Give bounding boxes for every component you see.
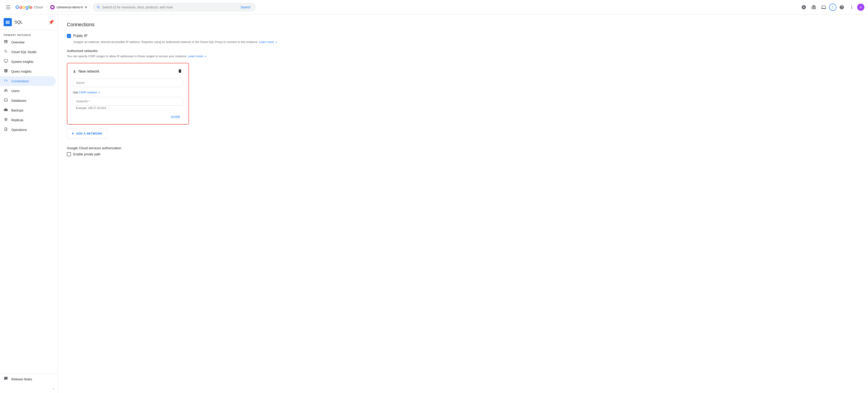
main-content: Connections Public IP Assigns an externa… [58, 14, 868, 393]
enable-private-path-checkbox[interactable] [67, 152, 71, 156]
cloud-text: Cloud [34, 5, 43, 9]
hamburger-menu[interactable] [4, 3, 13, 12]
search-bar-icon [96, 5, 101, 9]
main-layout: SQL 📌 PRIMARY INSTANCE Overview Cloud SQ… [0, 14, 868, 393]
public-ip-learn-more-link[interactable]: Learn more ↗ [259, 40, 277, 43]
sidebar-label-query-insights: Query insights [11, 70, 31, 73]
new-network-card: ∧ New network Use CIDR notation ↗ [67, 63, 189, 125]
more-button[interactable] [847, 3, 856, 12]
public-ip-checkbox[interactable] [67, 34, 71, 38]
sidebar-pin-icon[interactable]: 📌 [49, 20, 54, 25]
network-input-wrapper [73, 97, 183, 105]
cidr-notation-link[interactable]: CIDR notation ↗ [79, 91, 100, 94]
topbar-right: 1 A [799, 3, 864, 12]
sidebar-label-users: Users [11, 89, 20, 93]
sidebar-item-system-insights[interactable]: System insights [0, 57, 56, 66]
sidebar-label-connections: Connections [11, 79, 29, 83]
sidebar-item-query-insights[interactable]: Query insights [0, 66, 56, 76]
release-notes-icon [4, 376, 8, 382]
add-icon: + [72, 131, 74, 136]
query-insights-icon [4, 69, 8, 74]
sidebar-item-cloud-sql-studio[interactable]: Cloud SQL Studio [0, 47, 56, 57]
sidebar-label-overview: Overview [11, 40, 24, 44]
topbar: Google Cloud coherence-demo-h ▾ Search 1 [0, 0, 868, 14]
add-network-label: ADD A NETWORK [76, 132, 102, 135]
public-ip-description: Assigns an external, internet-accessible… [73, 40, 859, 44]
gemini-button[interactable] [799, 3, 808, 12]
project-selector[interactable]: coherence-demo-h ▾ [47, 3, 90, 11]
users-icon [4, 88, 8, 93]
authorized-networks-title: Authorized networks [67, 49, 859, 53]
name-input[interactable] [73, 79, 183, 87]
sidebar-label-release-notes: Release Notes [11, 377, 32, 381]
sidebar-item-replicas[interactable]: Replicas [0, 115, 56, 125]
sidebar-section-label: PRIMARY INSTANCE [0, 30, 58, 37]
notification-badge[interactable]: 1 [829, 4, 836, 11]
sql-product-icon [4, 18, 12, 26]
enable-private-path-row: Enable private path [67, 152, 859, 156]
cloud-sql-studio-icon [4, 49, 8, 55]
card-actions: DONE [73, 113, 183, 121]
connections-icon [4, 79, 8, 84]
page-title: Connections [67, 22, 859, 28]
authorized-networks-description: You can specify CIDR ranges to allow IP … [67, 54, 859, 59]
sidebar-item-databases[interactable]: Databases [0, 96, 56, 105]
sidebar-item-users[interactable]: Users [0, 86, 56, 96]
sidebar-collapse-button[interactable]: ‹ [0, 384, 58, 393]
enable-private-path-label: Enable private path [73, 152, 101, 156]
delete-network-button[interactable] [177, 68, 183, 75]
sidebar-label-databases: Databases [11, 99, 26, 102]
chevron-up-icon[interactable]: ∧ [73, 69, 76, 74]
search-bar: Search [93, 3, 255, 11]
cidr-row: Use CIDR notation ↗ [73, 91, 183, 94]
sidebar-bottom: Release Notes ‹ [0, 374, 58, 393]
operations-icon [4, 127, 8, 132]
card-header: ∧ New network [73, 68, 183, 75]
sidebar-item-release-notes[interactable]: Release Notes [0, 374, 56, 384]
backups-icon [4, 108, 8, 113]
databases-icon [4, 98, 8, 103]
screen-button[interactable] [819, 3, 828, 12]
network-example-hint: Example: 199.27.25.0/24 [73, 107, 183, 110]
user-avatar[interactable]: A [857, 4, 864, 11]
card-title: New network [79, 69, 99, 73]
sidebar-item-operations[interactable]: Operations [0, 125, 56, 134]
network-input[interactable] [73, 97, 183, 105]
sidebar-item-backups[interactable]: Backups [0, 105, 56, 115]
name-field [73, 79, 183, 87]
project-dot [50, 5, 55, 9]
card-title-row: ∧ New network [73, 69, 99, 74]
sidebar: SQL 📌 PRIMARY INSTANCE Overview Cloud SQ… [0, 14, 58, 393]
network-field: Example: 199.27.25.0/24 [73, 97, 183, 110]
sidebar-title: SQL [14, 20, 23, 25]
done-button[interactable]: DONE [168, 113, 183, 121]
replicas-icon [4, 117, 8, 123]
project-dropdown-arrow: ▾ [85, 5, 87, 10]
trash-icon [178, 69, 182, 73]
public-ip-label: Public IP [73, 34, 88, 38]
authorized-networks-learn-more-link[interactable]: Learn more ↗ [188, 55, 206, 58]
sidebar-label-cloud-sql-studio: Cloud SQL Studio [11, 50, 37, 54]
sidebar-label-operations: Operations [11, 128, 27, 131]
search-button[interactable]: Search [240, 5, 251, 9]
google-cloud-logo[interactable]: Google Cloud [16, 4, 43, 10]
sidebar-label-replicas: Replicas [11, 118, 24, 122]
overview-icon [4, 39, 8, 45]
project-name: coherence-demo-h [57, 5, 83, 9]
sidebar-header: SQL 📌 [0, 14, 58, 30]
gift-button[interactable] [809, 3, 818, 12]
google-cloud-services-title: Google Cloud services authorization [67, 146, 859, 150]
public-ip-row: Public IP [67, 34, 859, 38]
sidebar-item-connections[interactable]: Connections [0, 76, 56, 86]
sidebar-label-system-insights: System insights [11, 60, 33, 64]
help-button[interactable] [837, 3, 846, 12]
system-insights-icon [4, 59, 8, 64]
sidebar-label-backups: Backups [11, 109, 24, 112]
add-network-button[interactable]: + ADD A NETWORK [67, 128, 107, 139]
search-input[interactable] [102, 5, 238, 9]
sidebar-item-overview[interactable]: Overview [0, 37, 56, 47]
